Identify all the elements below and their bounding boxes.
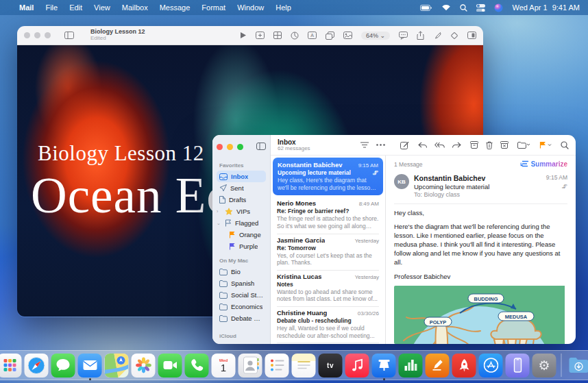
dock-photos[interactable]: [132, 354, 156, 378]
sidebar-icon[interactable]: [64, 32, 74, 39]
comment-icon[interactable]: [399, 32, 408, 40]
menu-format[interactable]: Format: [201, 3, 225, 12]
text-icon[interactable]: A: [308, 32, 317, 39]
menu-mailbox[interactable]: Mailbox: [122, 3, 148, 12]
chevron-down-icon[interactable]: ⌄: [217, 221, 221, 226]
dock-reminders[interactable]: [265, 354, 289, 378]
format-icon[interactable]: [433, 32, 441, 40]
animate-icon[interactable]: [450, 32, 458, 40]
zoom-select[interactable]: 64% ⌄: [361, 32, 390, 40]
message-row[interactable]: Nerio Mones8:49 AM Re: Fringe or barrier…: [271, 197, 385, 233]
chevron-right-icon[interactable]: ›: [217, 209, 221, 214]
close-button[interactable]: [24, 32, 30, 38]
archive-icon[interactable]: [470, 141, 478, 149]
jellyfish-lifecycle-diagram[interactable]: POLYP BUDDING MEDUSA: [394, 286, 567, 344]
dock-rocket-app[interactable]: [452, 354, 476, 378]
dock-notes[interactable]: [292, 354, 316, 378]
menu-edit[interactable]: Edit: [69, 3, 82, 12]
folder-move-icon[interactable]: [517, 142, 530, 149]
minimize-button[interactable]: [227, 144, 233, 150]
dock-phone[interactable]: [185, 354, 209, 378]
menu-file[interactable]: File: [45, 3, 58, 12]
sidebar-item-debate-club[interactable]: Debate C…: [217, 312, 266, 324]
dock-contacts[interactable]: [238, 354, 262, 378]
dock-keynote[interactable]: [372, 354, 396, 378]
junk-icon[interactable]: [500, 141, 509, 149]
message-row[interactable]: Darla Davidson03/30/26 Tomorrow's class …: [271, 343, 385, 344]
add-slide-icon[interactable]: [256, 32, 265, 39]
menu-clock[interactable]: Wed Apr 1 9:41 AM: [512, 3, 580, 12]
wifi-icon[interactable]: [441, 4, 451, 11]
flag-icon[interactable]: [539, 141, 552, 149]
dock-app-store[interactable]: [479, 354, 503, 378]
summarize-button[interactable]: Summarize: [520, 160, 567, 168]
share-icon[interactable]: [417, 31, 424, 40]
sidebar-item-inbox[interactable]: Inbox: [217, 171, 266, 182]
dock-divider: [561, 354, 562, 377]
search-icon[interactable]: [561, 141, 569, 149]
dock-mail[interactable]: [78, 354, 102, 378]
dock-calendar[interactable]: Wed1: [212, 354, 236, 378]
sidebar-item-sent[interactable]: Sent: [217, 182, 266, 194]
zoom-button[interactable]: [237, 144, 243, 150]
sidebar-item-flag-orange[interactable]: Orange: [217, 229, 266, 240]
compose-icon[interactable]: [400, 141, 409, 149]
message-row[interactable]: Jasmine GarciaYesterday Re: Tomorrow Yes…: [271, 234, 385, 270]
siri-icon[interactable]: [494, 3, 503, 12]
shapes-icon[interactable]: [326, 32, 334, 40]
dock-facetime[interactable]: [158, 354, 182, 378]
menu-window[interactable]: Window: [237, 3, 264, 12]
play-icon[interactable]: [240, 32, 247, 39]
zoom-button[interactable]: [45, 32, 51, 38]
dock-music[interactable]: [345, 354, 369, 378]
menu-help[interactable]: Help: [275, 3, 291, 12]
dock-settings[interactable]: ⚙: [532, 354, 556, 378]
sidebar-toggle-icon[interactable]: [256, 140, 266, 153]
dock-numbers[interactable]: [399, 354, 423, 378]
control-center-icon[interactable]: [476, 4, 485, 12]
sidebar-label: Sent: [230, 184, 244, 192]
dock-downloads[interactable]: [567, 354, 588, 378]
message-row[interactable]: Konstantin Babichev9:15 AM Upcoming lect…: [273, 158, 383, 195]
sidebar-item-drafts[interactable]: Drafts: [217, 194, 266, 206]
close-button[interactable]: [217, 144, 223, 150]
dock-pages[interactable]: [426, 354, 450, 378]
sidebar-item-flag-purple[interactable]: Purple: [217, 240, 266, 252]
star-icon: [225, 208, 233, 215]
sidebar-item-spanish[interactable]: Spanish: [217, 277, 266, 289]
sidebar-item-economics[interactable]: Economics: [217, 301, 266, 312]
message-row[interactable]: Kristina LucasYesterday Notes Wanted to …: [271, 270, 385, 306]
reply-all-icon[interactable]: [434, 142, 445, 149]
minimize-button[interactable]: [34, 32, 40, 38]
gear-icon: ⚙: [538, 359, 550, 372]
menu-view[interactable]: View: [94, 3, 110, 12]
keynote-traffic-lights[interactable]: [24, 32, 51, 38]
dock-iphone-mirroring[interactable]: [506, 354, 530, 378]
dock-maps[interactable]: [105, 354, 129, 378]
table-icon[interactable]: [273, 32, 282, 39]
dock-messages[interactable]: [51, 354, 75, 378]
battery-icon[interactable]: [420, 5, 432, 11]
more-icon[interactable]: [376, 144, 385, 146]
dock-safari[interactable]: [25, 354, 49, 378]
mail-window[interactable]: Favorites Inbox Sent Drafts › VIPs ⌄: [212, 135, 576, 344]
sidebar-item-vips[interactable]: › VIPs: [217, 206, 266, 217]
reply-icon[interactable]: [418, 142, 427, 149]
filter-icon[interactable]: [360, 142, 369, 148]
menu-message[interactable]: Message: [160, 3, 191, 12]
forward-icon[interactable]: [452, 142, 461, 149]
sidebar-item-flagged[interactable]: ⌄ Flagged: [217, 217, 266, 229]
dock-launchpad[interactable]: [0, 354, 22, 378]
media-icon[interactable]: [343, 32, 352, 39]
sidebar-item-social-studies[interactable]: Social St…: [217, 289, 266, 301]
menu-app[interactable]: Mail: [19, 3, 34, 12]
dock-tv[interactable]: tv: [319, 354, 343, 378]
setup-icon[interactable]: [467, 32, 476, 39]
message-row[interactable]: Christine Huang03/30/26 Debate club - re…: [271, 306, 385, 343]
chart-icon[interactable]: [291, 32, 299, 40]
search-icon[interactable]: [460, 4, 467, 12]
mail-traffic-lights[interactable]: [217, 144, 243, 150]
body-signature: Professor Babichev: [394, 273, 567, 282]
sidebar-item-bio[interactable]: Bio: [217, 266, 266, 277]
trash-icon[interactable]: [486, 141, 493, 149]
